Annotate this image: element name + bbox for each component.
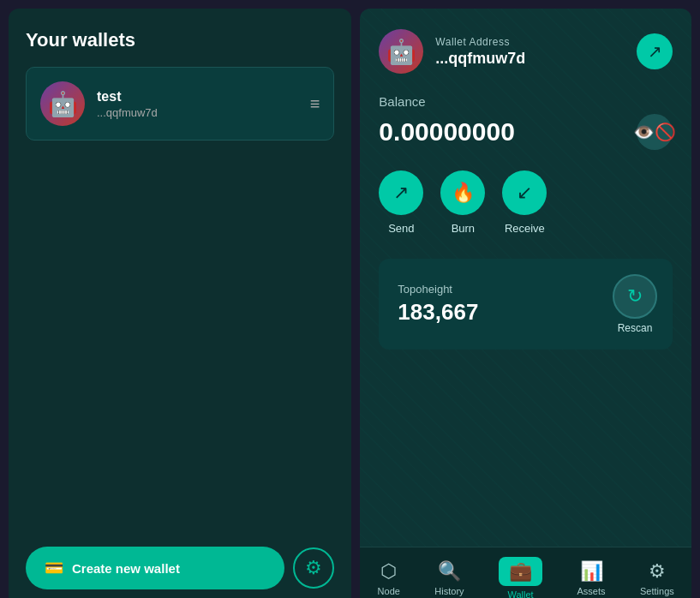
rescan-container: ↻ Rescan [613,274,657,334]
receive-container: ↙ Receive [502,170,547,235]
nav-item-history[interactable]: 🔍 History [426,557,472,599]
hide-icon: 👁️‍🚫 [633,122,676,142]
receive-button[interactable]: ↙ [502,170,547,215]
wallet-address-value: ...qqfmuw7d [435,50,625,68]
assets-label: Assets [577,586,606,596]
wallet-nav-icon: 💼 [499,557,542,586]
wallet-nav-label: Wallet [507,589,533,599]
wallet-name: test [97,89,298,105]
send-icon: ↗ [393,182,409,204]
settings-nav-icon: ⚙ [649,560,666,583]
wallet-address-label: Wallet Address [435,36,625,48]
export-icon: ↗ [648,41,662,62]
history-label: History [434,586,464,596]
bottom-nav: ⬡ Node 🔍 History 💼 Wallet 📊 Assets ⚙ Set… [360,547,691,598]
nav-item-assets[interactable]: 📊 Assets [569,557,614,599]
rescan-icon: ↻ [627,285,643,308]
wallet-address-short: ...qqfmuw7d [97,106,298,119]
node-icon: ⬡ [380,560,397,583]
settings-label: Settings [640,586,674,596]
wallet-avatar-right: 🤖 [379,29,423,74]
topo-value: 183,667 [398,299,478,326]
wallet-card[interactable]: 🤖 test ...qqfmuw7d ≡ [26,67,334,141]
send-container: ↗ Send [379,170,423,235]
topo-label: Topoheight [398,283,478,296]
bottom-bar: 💳 Create new wallet ⚙ [26,547,334,589]
rescan-label: Rescan [618,322,653,334]
settings-icon: ⚙ [305,557,322,579]
node-label: Node [378,586,400,596]
burn-label: Burn [452,222,475,235]
wallet-header: 🤖 Wallet Address ...qqfmuw7d ↗ [379,29,673,74]
export-button[interactable]: ↗ [637,33,673,69]
history-icon: 🔍 [438,560,461,583]
hide-balance-button[interactable]: 👁️‍🚫 [637,114,673,150]
send-button[interactable]: ↗ [379,170,423,215]
action-buttons: ↗ Send 🔥 Burn ↙ Receive [379,170,673,235]
burn-icon: 🔥 [452,182,475,204]
wallet-menu-icon[interactable]: ≡ [310,94,320,114]
create-wallet-button[interactable]: 💳 Create new wallet [26,547,284,589]
settings-button[interactable]: ⚙ [293,547,334,589]
nav-item-wallet[interactable]: 💼 Wallet [490,553,551,599]
left-panel: Your wallets 🤖 test ...qqfmuw7d ≡ 💳 Crea… [9,9,351,598]
receive-icon: ↙ [517,182,532,204]
right-panel: 🤖 Wallet Address ...qqfmuw7d ↗ Balance 0… [360,9,691,598]
nav-item-settings[interactable]: ⚙ Settings [631,557,683,599]
send-label: Send [388,222,414,235]
assets-icon: 📊 [580,560,603,583]
wallet-icon: 💳 [45,559,63,577]
topoheight-card: Topoheight 183,667 ↻ Rescan [379,259,673,350]
wallet-header-info: Wallet Address ...qqfmuw7d [435,36,625,68]
panel-title: Your wallets [26,29,334,51]
wallet-info: test ...qqfmuw7d [97,89,298,119]
wallet-avatar: 🤖 [40,81,85,126]
burn-button[interactable]: 🔥 [440,170,485,215]
balance-label: Balance [379,94,673,109]
receive-label: Receive [505,222,545,235]
balance-value: 0.00000000 [379,117,625,147]
topo-info: Topoheight 183,667 [398,283,478,326]
balance-row: 0.00000000 👁️‍🚫 [379,114,673,150]
burn-container: 🔥 Burn [440,170,485,235]
rescan-button[interactable]: ↻ [613,274,657,319]
nav-item-node[interactable]: ⬡ Node [369,557,409,599]
right-content: 🤖 Wallet Address ...qqfmuw7d ↗ Balance 0… [360,9,691,547]
